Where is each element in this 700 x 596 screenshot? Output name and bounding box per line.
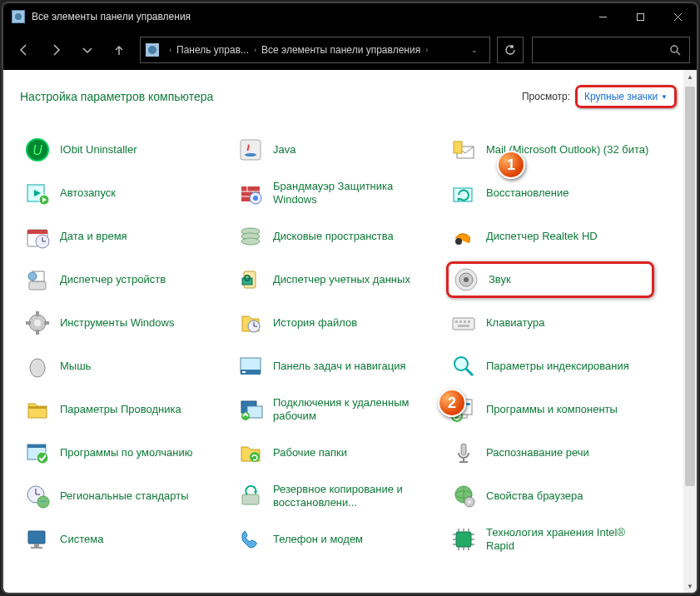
close-button[interactable]	[659, 3, 697, 30]
chevron-down-icon[interactable]: ⌄	[463, 46, 486, 54]
scrollbar[interactable]: ▲ ▼	[683, 70, 697, 593]
control-panel-item[interactable]: Рабочие папки	[233, 435, 441, 471]
item-label: Дисковые пространства	[273, 230, 394, 243]
control-panel-item[interactable]: Инструменты Windows	[20, 305, 228, 341]
explorer-icon	[23, 395, 52, 424]
credmgr-icon	[236, 266, 265, 294]
svg-rect-58	[458, 325, 469, 327]
control-panel-item[interactable]: Параметры Проводника	[20, 391, 228, 428]
svg-rect-12	[454, 142, 462, 153]
svg-point-23	[253, 196, 258, 201]
svg-rect-63	[242, 371, 246, 373]
svg-rect-48	[44, 321, 49, 325]
nav-back-button[interactable]	[10, 36, 38, 64]
maximize-button[interactable]	[622, 3, 659, 30]
nav-forward-button[interactable]	[42, 36, 70, 64]
chevron-right-icon[interactable]: ›	[420, 46, 433, 54]
control-panel-item[interactable]: Программы и компоненты	[446, 391, 654, 428]
nav-up-button[interactable]	[105, 36, 133, 64]
control-panel-item[interactable]: Панель задач и навигация	[233, 348, 441, 385]
inetopt-icon	[449, 482, 478, 510]
svg-rect-53	[453, 318, 474, 330]
item-label: Брандмауэр Защитника Windows	[273, 180, 438, 207]
control-panel-item[interactable]: Распознавание речи	[446, 435, 654, 471]
workfolders-icon	[236, 439, 265, 467]
system-icon	[23, 525, 52, 554]
minimize-button[interactable]	[584, 3, 622, 30]
control-panel-item[interactable]: Автозапуск	[20, 175, 228, 211]
svg-rect-93	[34, 544, 39, 547]
control-panel-item[interactable]: Свойства браузера	[446, 478, 654, 514]
scroll-thumb[interactable]	[685, 87, 695, 486]
item-label: Рабочие папки	[273, 446, 347, 459]
search-input[interactable]	[532, 37, 690, 63]
svg-point-49	[34, 320, 41, 326]
control-panel-item[interactable]: Резервное копирование и восстановлени...	[233, 478, 441, 514]
control-panel-icon	[146, 43, 159, 57]
control-panel-item[interactable]: Дисковые пространства	[233, 218, 441, 255]
refresh-button[interactable]	[497, 37, 524, 63]
svg-point-76	[37, 452, 48, 464]
control-panel-item[interactable]: Дата и время	[20, 218, 228, 255]
item-label: История файлов	[273, 316, 357, 330]
svg-rect-46	[36, 330, 39, 335]
control-panel-item[interactable]: Телефон и модем	[233, 521, 441, 558]
control-panel-item[interactable]: Восстановление	[446, 175, 654, 211]
chevron-right-icon[interactable]: ›	[164, 46, 176, 54]
scroll-up-icon[interactable]: ▲	[683, 70, 697, 83]
svg-marker-86	[254, 491, 257, 494]
breadcrumb-item[interactable]: Панель управ...	[176, 44, 249, 56]
control-panel-item[interactable]: Java	[233, 132, 441, 168]
recovery-icon	[449, 179, 478, 207]
iobit-icon: U	[23, 136, 52, 164]
control-panel-item[interactable]: Диспетчер учетных данных	[233, 261, 441, 298]
item-label: Диспетчер устройств	[60, 273, 166, 286]
control-panel-item[interactable]: История файлов	[233, 305, 441, 341]
speech-icon	[449, 439, 478, 467]
control-panel-item[interactable]: Диспетчер устройств	[20, 261, 228, 298]
svg-rect-9	[241, 140, 261, 160]
backup-icon	[236, 482, 265, 510]
control-panel-item[interactable]: Mail (Microsoft Outlook) (32 бита)	[446, 132, 654, 168]
control-panel-item[interactable]: Диспетчер Realtek HD	[446, 218, 654, 255]
control-panel-item[interactable]: Региональные стандарты	[20, 478, 228, 514]
chevron-right-icon[interactable]: ›	[249, 46, 261, 54]
svg-point-59	[30, 359, 45, 377]
svg-rect-94	[31, 547, 42, 549]
control-panel-item[interactable]: Параметры индексирования	[446, 348, 654, 385]
item-label: Инструменты Windows	[60, 316, 174, 330]
intel-icon	[449, 525, 478, 554]
view-label: Просмотр:	[522, 91, 570, 102]
svg-point-64	[454, 357, 468, 370]
item-label: Система	[60, 533, 103, 546]
control-panel-item[interactable]: Брандмауэр Защитника Windows	[233, 175, 441, 211]
item-label: Мышь	[60, 360, 91, 373]
item-label: Дата и время	[60, 230, 127, 243]
control-panel-item[interactable]: Подключения к удаленным рабочим	[233, 391, 441, 428]
window-title: Все элементы панели управления	[32, 11, 584, 22]
svg-rect-75	[27, 445, 46, 448]
svg-point-5	[671, 46, 678, 52]
control-panel-item[interactable]: Технология хранения Intel® Rapid	[446, 521, 654, 558]
control-panel-item[interactable]: UIObit Uninstaller	[20, 132, 228, 168]
mail-icon	[449, 136, 478, 164]
svg-point-91	[468, 500, 471, 504]
java-icon	[236, 136, 265, 164]
svg-point-10	[245, 153, 256, 156]
control-panel-item[interactable]: Звук	[446, 261, 654, 298]
control-panel-item[interactable]: Мышь	[20, 348, 228, 385]
autoplay-icon	[23, 179, 52, 207]
control-panel-item[interactable]: Система	[20, 521, 228, 558]
region-icon	[23, 482, 52, 510]
breadcrumb[interactable]: › Панель управ... › Все элементы панели …	[140, 37, 490, 63]
view-select[interactable]: Крупные значки ▼	[575, 85, 677, 108]
disks-icon	[236, 222, 265, 251]
breadcrumb-item[interactable]: Все элементы панели управления	[261, 44, 420, 56]
callout-badge-1: 1	[497, 151, 525, 179]
control-panel-item[interactable]: Программы по умолчанию	[20, 435, 228, 471]
svg-rect-95	[456, 532, 471, 547]
nav-recent-button[interactable]	[73, 36, 102, 64]
scroll-down-icon[interactable]: ▼	[683, 579, 697, 593]
control-panel-item[interactable]: Клавиатура	[446, 305, 654, 341]
svg-point-33	[241, 238, 260, 245]
